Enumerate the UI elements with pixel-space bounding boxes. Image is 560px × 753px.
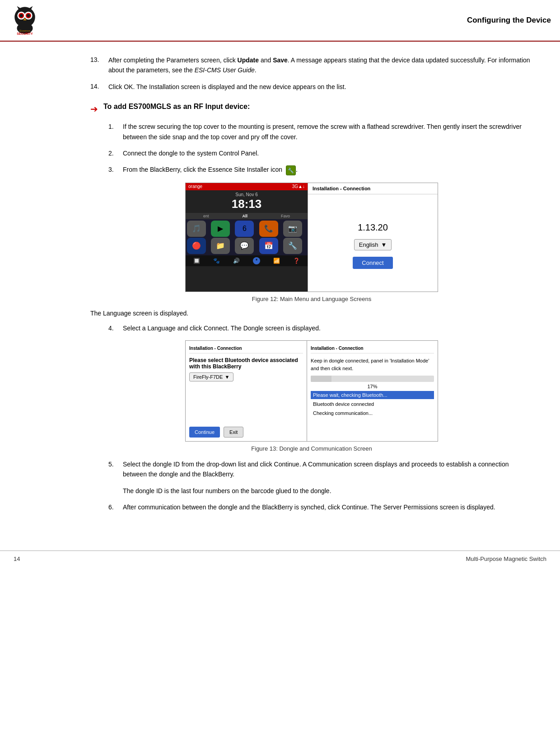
fig13-left-panel: Installation - Connection Please select … bbox=[186, 341, 307, 441]
sub-step-4-num: 4. bbox=[108, 323, 123, 333]
bb-icons-grid: 🎵 ▶ 6 📞 📷 🔴 📁 💬 📅 🔧 bbox=[186, 219, 308, 255]
bb-app-icon-4: 📞 bbox=[259, 221, 278, 237]
svg-text:Essence: Essence bbox=[19, 29, 30, 32]
bb-app-icon-9: 📅 bbox=[259, 238, 278, 254]
sub-step-2: 2. Connect the dongle to the system Cont… bbox=[108, 148, 533, 158]
bb-app-icon-5: 📷 bbox=[283, 221, 302, 237]
sub-step-6-text: After communication between the dongle a… bbox=[123, 502, 495, 512]
fig13-right-header: Installation - Connection bbox=[311, 344, 434, 353]
svg-point-5 bbox=[20, 14, 23, 17]
main-content: 13. After completing the Parameters scre… bbox=[0, 42, 560, 537]
step-14-text: Click OK. The Installation screen is dis… bbox=[108, 82, 346, 92]
bb-app-icon-7: 📁 bbox=[211, 238, 230, 254]
bb-bottom-icon-6: ❓ bbox=[293, 258, 300, 264]
step-14-number: 14. bbox=[90, 82, 108, 92]
svg-text:SECURITY: SECURITY bbox=[17, 32, 33, 35]
bb-bottom-icon-4: * bbox=[253, 257, 260, 264]
status-row-1: Please wait, checking Bluetooth... bbox=[311, 391, 434, 399]
status-row-2: Bluetooth device connected bbox=[311, 400, 434, 408]
footer-page-number: 14 bbox=[14, 555, 20, 562]
bb-tab-fav: Favo bbox=[281, 214, 290, 218]
bb-date: Sun, Nov 6 bbox=[186, 192, 308, 197]
sub-step-4-text: Select a Language and click Connect. The… bbox=[123, 323, 321, 333]
blackberry-screen: orange 3G▲↓ Sun, Nov 6 18:13 ent All Fav… bbox=[186, 183, 308, 292]
figure-12-note: The Language screen is displayed. bbox=[90, 310, 533, 317]
sub-step-4: 4. Select a Language and click Connect. … bbox=[108, 323, 533, 333]
progress-percent: 17% bbox=[311, 384, 434, 389]
bb-app-icon-3: 6 bbox=[235, 221, 254, 237]
bb-app-icon-8: 💬 bbox=[235, 238, 254, 254]
page-header: SECURITY Essence Configuring the Device bbox=[0, 0, 560, 42]
step-13-number: 13. bbox=[90, 55, 108, 75]
install-screen-header: Installation - Connection bbox=[308, 183, 438, 194]
dongle-id-note: The dongle ID is the last four numbers o… bbox=[123, 486, 533, 496]
dongle-dropdown-arrow: ▼ bbox=[224, 374, 229, 380]
fig13-action-buttons: Continue Exit bbox=[189, 427, 303, 438]
bb-status-bar: orange 3G▲↓ bbox=[186, 183, 308, 190]
bb-tabs: ent All Favo bbox=[186, 213, 308, 219]
bb-bottom-icon-1: 🔲 bbox=[193, 258, 200, 264]
bb-tab-ent: ent bbox=[203, 214, 209, 218]
section-heading: ➔ To add ES700MGLS as an RF Input device… bbox=[90, 103, 533, 114]
sub-steps: 1. If the screw securing the top cover t… bbox=[108, 122, 533, 512]
figure-13-screens: Installation - Connection Please select … bbox=[185, 340, 438, 442]
site-installer-icon bbox=[286, 165, 296, 175]
step-13-italic: ESI-CMS User Guide bbox=[195, 66, 255, 74]
status-list: Please wait, checking Bluetooth... Bluet… bbox=[311, 391, 434, 417]
connect-button[interactable]: Connect bbox=[353, 257, 392, 269]
progress-bar bbox=[311, 376, 434, 382]
sub-step-1-text: If the screw securing the top cover to t… bbox=[123, 122, 533, 142]
dongle-dropdown-text: FireFly-F7DE bbox=[193, 374, 223, 380]
bb-app-icon-10: 🔧 bbox=[283, 238, 302, 254]
arrow-icon: ➔ bbox=[90, 104, 98, 114]
version-number: 1.13.20 bbox=[358, 222, 388, 233]
bb-tab-all: All bbox=[242, 214, 247, 218]
bb-app-icon-2: ▶ bbox=[211, 221, 230, 237]
sub-step-6-num: 6. bbox=[108, 502, 123, 512]
step-13-text: After completing the Parameters screen, … bbox=[108, 55, 533, 75]
fig13-left-title: Please select Bluetooth device associate… bbox=[189, 357, 303, 370]
dongle-id-note-text: The dongle ID is the last four numbers o… bbox=[123, 486, 331, 496]
bb-carrier: orange bbox=[188, 184, 202, 189]
dropdown-arrow: ▼ bbox=[381, 241, 387, 248]
bb-bottom-icon-3: 🔊 bbox=[233, 258, 240, 264]
sub-step-1: 1. If the screw securing the top cover t… bbox=[108, 122, 533, 142]
bb-app-icon-1: 🎵 bbox=[187, 221, 206, 237]
figure-12: orange 3G▲↓ Sun, Nov 6 18:13 ent All Fav… bbox=[90, 183, 533, 302]
sub-step-2-num: 2. bbox=[108, 148, 123, 158]
status-row-3: Checking communication... bbox=[311, 409, 434, 417]
fig13-dongle-dropdown[interactable]: FireFly-F7DE ▼ bbox=[189, 372, 233, 381]
bb-bottom-icon-2: 🐾 bbox=[213, 258, 220, 264]
step-14: 14. Click OK. The Installation screen is… bbox=[90, 82, 533, 92]
bb-time: 18:13 bbox=[186, 197, 308, 211]
fig13-right-text: Keep in dongle connected, panel in 'Inst… bbox=[311, 357, 434, 372]
fig13-left-header: Installation - Connection bbox=[189, 344, 303, 353]
sub-step-5: 5. Select the dongle ID from the drop-do… bbox=[108, 459, 533, 480]
sub-step-5-text: Select the dongle ID from the drop-down … bbox=[123, 459, 533, 480]
bb-time-area: Sun, Nov 6 18:13 bbox=[186, 190, 308, 213]
step-13: 13. After completing the Parameters scre… bbox=[90, 55, 533, 75]
sub-step-3-text: From the BlackBerry, click the Essence S… bbox=[123, 165, 298, 175]
footer-product-name: Multi-Purpose Magnetic Switch bbox=[466, 555, 546, 562]
language-dropdown[interactable]: English ▼ bbox=[354, 239, 392, 250]
sub-step-1-num: 1. bbox=[108, 122, 123, 142]
figure-12-caption: Figure 12: Main Menu and Language Screen… bbox=[252, 296, 372, 302]
bb-bottom-icon-5: 📶 bbox=[273, 258, 280, 264]
figure-13-caption: Figure 13: Dongle and Communication Scre… bbox=[251, 445, 372, 452]
header-title: Configuring the Device bbox=[467, 16, 551, 25]
fig13-continue-button[interactable]: Continue bbox=[189, 427, 220, 438]
bb-app-icon-6: 🔴 bbox=[187, 238, 206, 254]
section-heading-text: To add ES700MGLS as an RF Input device: bbox=[103, 103, 250, 111]
progress-bar-fill bbox=[311, 376, 331, 382]
fig13-right-panel: Installation - Connection Keep in dongle… bbox=[307, 341, 438, 441]
figure-12-screens: orange 3G▲↓ Sun, Nov 6 18:13 ent All Fav… bbox=[185, 183, 438, 292]
logo-area: SECURITY Essence bbox=[9, 5, 41, 36]
install-screen-body: 1.13.20 English ▼ Connect bbox=[348, 200, 397, 292]
bb-signal: 3G▲↓ bbox=[292, 184, 305, 189]
essence-security-logo: SECURITY Essence bbox=[9, 5, 41, 36]
sub-step-3-num: 3. bbox=[108, 165, 123, 175]
sub-step-6: 6. After communication between the dongl… bbox=[108, 502, 533, 512]
bb-bottom-row: 🔲 🐾 🔊 * 📶 ❓ bbox=[186, 255, 308, 266]
page-footer: 14 Multi-Purpose Magnetic Switch bbox=[0, 551, 560, 567]
fig13-exit-button[interactable]: Exit bbox=[224, 427, 243, 438]
